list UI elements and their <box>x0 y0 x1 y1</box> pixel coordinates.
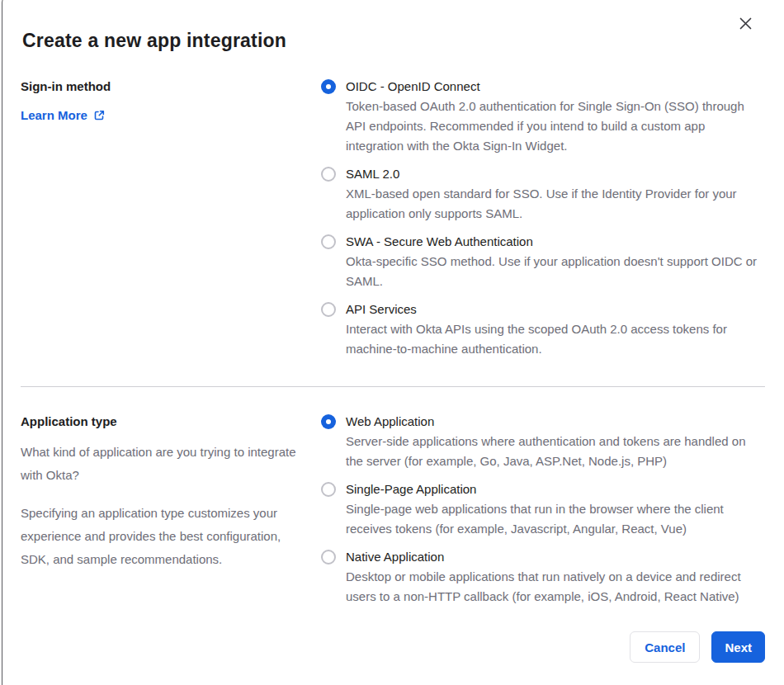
radio-swa[interactable] <box>321 234 336 249</box>
application-type-paragraph: What kind of application are you trying … <box>21 441 303 487</box>
signin-option-description: XML-based open standard for SSO. Use if … <box>346 184 760 224</box>
external-link-icon <box>93 110 105 121</box>
dialog-title: Create a new app integration <box>22 30 765 52</box>
cancel-button[interactable]: Cancel <box>630 631 700 663</box>
dialog-footer: Cancel Next <box>21 631 765 663</box>
apptype-option-label[interactable]: Single-Page Application <box>346 480 760 499</box>
signin-option-description: Okta-specific SSO method. Use if your ap… <box>346 252 760 291</box>
learn-more-label: Learn More <box>21 108 87 122</box>
learn-more-link[interactable]: Learn More <box>21 108 105 122</box>
apptype-option-spa: Single-Page Application Single-page web … <box>321 480 765 539</box>
signin-option-description: Token-based OAuth 2.0 authentication for… <box>346 97 760 156</box>
apptype-option-description: Server-side applications where authentic… <box>346 432 760 471</box>
radio-saml[interactable] <box>321 167 336 182</box>
signin-option-saml: SAML 2.0 XML-based open standard for SSO… <box>321 164 765 224</box>
apptype-option-label[interactable]: Native Application <box>346 547 760 567</box>
close-button[interactable] <box>735 13 755 33</box>
application-type-heading: Application type <box>21 413 303 431</box>
radio-oidc[interactable] <box>321 79 336 94</box>
signin-method-section: Sign-in method Learn More OIDC - OpenID … <box>21 77 765 359</box>
signin-option-label[interactable]: OIDC - OpenID Connect <box>346 77 760 97</box>
apptype-option-label[interactable]: Web Application <box>346 412 760 432</box>
next-button[interactable]: Next <box>711 631 765 663</box>
radio-single-page-application[interactable] <box>321 482 336 497</box>
signin-method-heading: Sign-in method <box>21 78 303 96</box>
radio-api-services[interactable] <box>321 302 336 317</box>
signin-option-api-services: API Services Interact with Okta APIs usi… <box>321 300 765 359</box>
application-type-section: Application type What kind of applicatio… <box>21 412 765 607</box>
signin-option-description: Interact with Okta APIs using the scoped… <box>346 319 760 359</box>
radio-web-application[interactable] <box>321 414 336 429</box>
radio-native-application[interactable] <box>321 550 336 565</box>
apptype-option-web: Web Application Server-side applications… <box>321 412 765 471</box>
create-app-integration-dialog: Create a new app integration Sign-in met… <box>2 0 784 685</box>
application-type-paragraph: Specifying an application type customize… <box>21 502 303 571</box>
apptype-option-description: Desktop or mobile applications that run … <box>346 567 760 607</box>
signin-option-swa: SWA - Secure Web Authentication Okta-spe… <box>321 232 765 291</box>
signin-option-label[interactable]: SWA - Secure Web Authentication <box>346 232 760 252</box>
section-divider <box>21 386 765 387</box>
signin-option-label[interactable]: API Services <box>346 300 760 319</box>
apptype-option-description: Single-page web applications that run in… <box>346 499 760 539</box>
signin-option-oidc: OIDC - OpenID Connect Token-based OAuth … <box>321 77 765 156</box>
apptype-option-native: Native Application Desktop or mobile app… <box>321 547 765 607</box>
signin-option-label[interactable]: SAML 2.0 <box>346 164 760 184</box>
close-icon <box>739 17 752 30</box>
